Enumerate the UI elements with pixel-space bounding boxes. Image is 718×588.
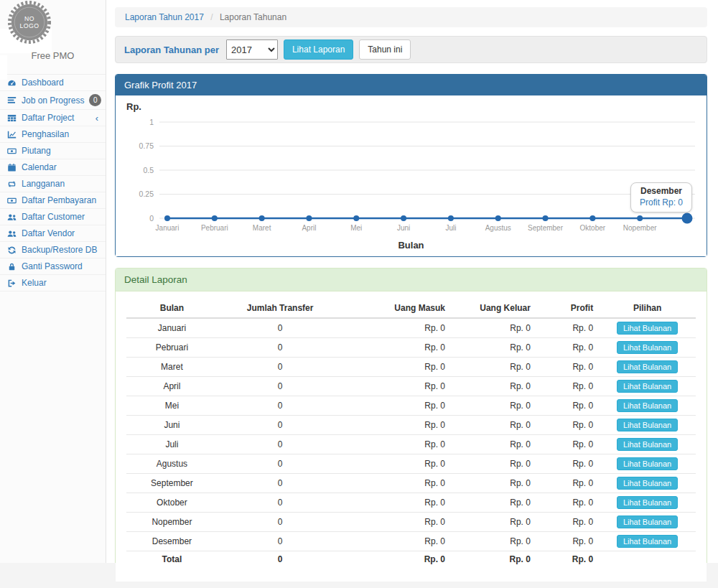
sidebar-item-dashboard[interactable]: Dashboard: [0, 75, 106, 91]
cell-total-uang-keluar: Rp. 0: [451, 551, 536, 568]
toolbar-label: Laporan Tahunan per: [124, 45, 219, 55]
detail-panel-title: Detail Laporan: [116, 269, 707, 291]
lihat-bulanan-button[interactable]: Lihat Bulanan: [617, 438, 678, 451]
svg-text:0: 0: [149, 214, 154, 223]
svg-text:0.25: 0.25: [139, 190, 154, 198]
sidebar-item-label: Job on Progress: [22, 95, 84, 106]
cell-jumlah-transfer: 0: [218, 396, 342, 416]
sidebar-item-daftar-customer[interactable]: Daftar Customer: [0, 209, 106, 225]
lihat-bulanan-button[interactable]: Lihat Bulanan: [617, 535, 678, 548]
svg-text:0.5: 0.5: [143, 166, 154, 174]
svg-text:Januari: Januari: [156, 224, 180, 232]
sidebar-item-daftar-project[interactable]: Daftar Project‹: [0, 110, 106, 126]
cell-total-label: Total: [126, 551, 218, 568]
year-select[interactable]: 2017: [226, 39, 278, 60]
svg-text:Juni: Juni: [397, 224, 410, 232]
profit-chart-panel: Grafik Profit 2017 Rp. 10.750.50.250Janu…: [115, 74, 707, 257]
svg-text:1: 1: [149, 118, 154, 126]
cell-uang-masuk: Rp. 0: [342, 513, 451, 532]
report-toolbar: Laporan Tahunan per 2017 Lihat Laporan T…: [115, 36, 707, 63]
line-chart-icon: [7, 130, 17, 139]
sidebar-item-label: Ganti Password: [22, 261, 83, 271]
cell-jumlah-transfer: 0: [218, 493, 342, 513]
sidebar-item-label: Calendar: [22, 162, 57, 172]
cell-total-profit: Rp. 0: [536, 551, 599, 568]
sidebar-item-langganan[interactable]: Langganan: [0, 176, 106, 192]
sidebar-item-label: Backup/Restore DB: [22, 245, 97, 255]
breadcrumb-link-laporan-tahun[interactable]: Laporan Tahun 2017: [125, 12, 204, 22]
cell-jumlah-transfer: 0: [218, 532, 342, 551]
sidebar-item-piutang[interactable]: Piutang: [0, 143, 106, 159]
cell-uang-masuk: Rp. 0: [342, 454, 451, 474]
column-header-pilihan: Pilihan: [599, 299, 696, 318]
cell-jumlah-transfer: 0: [218, 318, 342, 338]
users-icon: [7, 229, 17, 238]
lihat-bulanan-button[interactable]: Lihat Bulanan: [617, 515, 678, 528]
sidebar-item-ganti-password[interactable]: Ganti Password: [0, 258, 106, 275]
sidebar-item-label: Daftar Pembayaran: [22, 195, 96, 205]
lihat-bulanan-button[interactable]: Lihat Bulanan: [617, 399, 678, 412]
sidebar-item-penghasilan[interactable]: Penghasilan: [0, 126, 106, 143]
sidebar-item-label: Piutang: [22, 146, 51, 156]
sidebar-item-daftar-pembayaran[interactable]: Daftar Pembayaran: [0, 192, 106, 209]
lihat-bulanan-button[interactable]: Lihat Bulanan: [617, 477, 678, 490]
chart-tooltip: Desember Profit Rp: 0: [630, 182, 692, 213]
cell-profit: Rp. 0: [536, 493, 599, 513]
sidebar-item-job-on-progress[interactable]: Job on Progress0: [0, 91, 106, 110]
chart-panel-body: Rp. 10.750.50.250JanuariPebruariMaretApr…: [116, 95, 707, 256]
page: NO LOGO Free PMO DashboardJob on Progres…: [0, 0, 718, 588]
cell-profit: Rp. 0: [536, 474, 599, 493]
table-row-januari: Januari0Rp. 0Rp. 0Rp. 0Lihat Bulanan: [126, 318, 696, 338]
cell-bulan: Juli: [126, 435, 218, 454]
calendar-icon: [7, 163, 17, 172]
tahun-ini-button[interactable]: Tahun ini: [359, 39, 411, 60]
table-row-desember: Desember0Rp. 0Rp. 0Rp. 0Lihat Bulanan: [126, 532, 696, 551]
cell-profit: Rp. 0: [536, 416, 599, 435]
sidebar-item-calendar[interactable]: Calendar: [0, 159, 106, 176]
layout: NO LOGO Free PMO DashboardJob on Progres…: [0, 0, 718, 563]
cell-profit: Rp. 0: [536, 396, 599, 416]
svg-text:Juli: Juli: [445, 224, 456, 232]
lihat-bulanan-button[interactable]: Lihat Bulanan: [617, 496, 678, 509]
cell-uang-keluar: Rp. 0: [451, 474, 536, 493]
cell-bulan: Nopember: [126, 513, 218, 532]
refresh-icon: [7, 246, 17, 255]
table-row-nopember: Nopember0Rp. 0Rp. 0Rp. 0Lihat Bulanan: [126, 513, 696, 532]
main-content: Laporan Tahun 2017 / Laporan Tahunan Lap…: [106, 0, 718, 563]
column-header-profit: Profit: [536, 299, 599, 318]
chart-panel-title: Grafik Profit 2017: [116, 75, 707, 95]
svg-text:September: September: [528, 224, 564, 232]
sidebar-item-daftar-vendor[interactable]: Daftar Vendor: [0, 225, 106, 242]
cell-jumlah-transfer: 0: [218, 513, 342, 532]
logo-text-line1: NO: [24, 15, 34, 22]
breadcrumb-separator: /: [210, 12, 213, 22]
cell-uang-keluar: Rp. 0: [451, 358, 536, 377]
x-axis-label: Bulan: [126, 240, 696, 251]
cell-profit: Rp. 0: [536, 338, 599, 358]
cell-bulan: Agustus: [126, 454, 218, 474]
sidebar-item-keluar[interactable]: Keluar: [0, 275, 106, 291]
table-row-juni: Juni0Rp. 0Rp. 0Rp. 0Lihat Bulanan: [126, 416, 696, 435]
cell-profit: Rp. 0: [536, 513, 599, 532]
cell-uang-masuk: Rp. 0: [342, 358, 451, 377]
sidebar-item-backup-restore-db[interactable]: Backup/Restore DB: [0, 242, 106, 258]
lihat-bulanan-button[interactable]: Lihat Bulanan: [617, 419, 678, 431]
cell-uang-keluar: Rp. 0: [451, 338, 536, 358]
table-total-row: Total0Rp. 0Rp. 0Rp. 0: [126, 551, 696, 568]
table-icon: [7, 113, 17, 123]
brand-logo-link[interactable]: NO LOGO Free PMO: [0, 29, 106, 80]
lihat-bulanan-button[interactable]: Lihat Bulanan: [617, 380, 678, 393]
lihat-bulanan-button[interactable]: Lihat Bulanan: [617, 360, 678, 373]
lihat-laporan-button[interactable]: Lihat Laporan: [284, 39, 353, 60]
table-row-mei: Mei0Rp. 0Rp. 0Rp. 0Lihat Bulanan: [126, 396, 696, 416]
chevron-left-icon: ‹: [95, 113, 98, 123]
lihat-bulanan-button[interactable]: Lihat Bulanan: [617, 322, 678, 335]
cell-uang-masuk: Rp. 0: [342, 377, 451, 396]
lihat-bulanan-button[interactable]: Lihat Bulanan: [617, 341, 678, 354]
cell-profit: Rp. 0: [536, 318, 599, 338]
cell-uang-keluar: Rp. 0: [451, 493, 536, 513]
lihat-bulanan-button[interactable]: Lihat Bulanan: [617, 457, 678, 470]
cell-uang-masuk: Rp. 0: [342, 338, 451, 358]
cell-uang-masuk: Rp. 0: [342, 493, 451, 513]
svg-text:Agustus: Agustus: [485, 224, 511, 232]
